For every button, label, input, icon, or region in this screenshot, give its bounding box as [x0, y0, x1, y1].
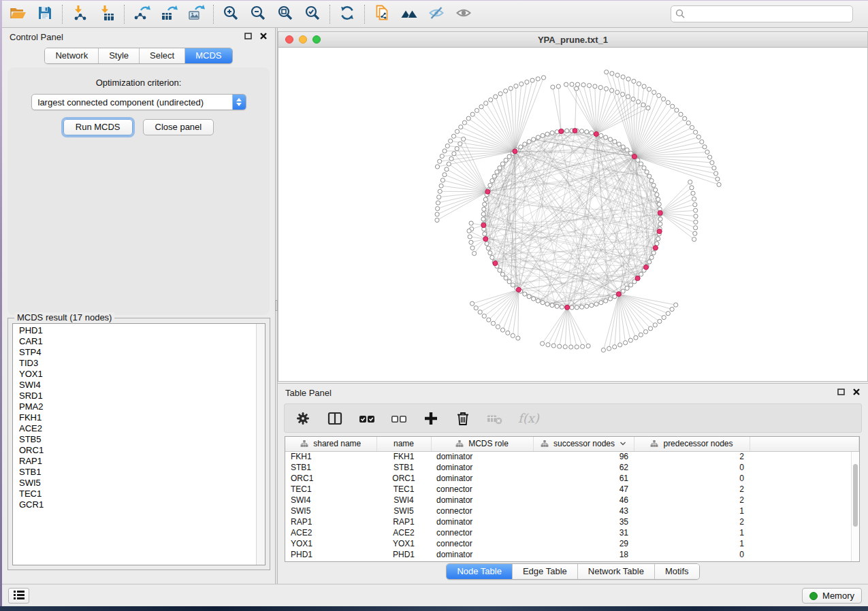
- leaf-node[interactable]: [694, 220, 698, 224]
- leaf-node[interactable]: [703, 145, 707, 149]
- leaf-node[interactable]: [662, 316, 666, 320]
- leaf-node[interactable]: [615, 90, 620, 95]
- table-cell[interactable]: SWI5: [285, 506, 376, 516]
- leaf-node[interactable]: [455, 129, 459, 133]
- ring-node[interactable]: [565, 129, 569, 133]
- table-scrollbar-thumb[interactable]: [853, 464, 858, 527]
- tab-edge-table[interactable]: Edge Table: [513, 564, 578, 579]
- open-button[interactable]: [4, 3, 31, 26]
- ring-node[interactable]: [649, 255, 654, 259]
- leaf-node[interactable]: [449, 139, 453, 143]
- table-cell[interactable]: [750, 484, 859, 495]
- table-cell[interactable]: dominator: [431, 516, 533, 527]
- leaf-node[interactable]: [551, 85, 555, 89]
- table-cell[interactable]: SWI4: [376, 495, 431, 506]
- leaf-node[interactable]: [525, 80, 529, 84]
- tab-style[interactable]: Style: [99, 48, 140, 63]
- table-row[interactable]: RAP1RAP1dominator352: [285, 516, 859, 527]
- tab-mcds[interactable]: MCDS: [185, 48, 231, 63]
- mcds-result-item[interactable]: SWI5: [13, 478, 255, 489]
- tab-node-table[interactable]: Node Table: [447, 564, 513, 579]
- leaf-node[interactable]: [666, 312, 670, 316]
- zoom-selected-button[interactable]: [299, 3, 326, 26]
- table-cell[interactable]: 0: [634, 549, 750, 560]
- leaf-node[interactable]: [458, 142, 462, 146]
- leaf-node[interactable]: [646, 106, 650, 110]
- ring-node[interactable]: [617, 142, 621, 146]
- leaf-node[interactable]: [506, 331, 510, 335]
- mcds-result-item[interactable]: CAR1: [13, 336, 255, 347]
- mcds-list-scrollbar[interactable]: [256, 324, 265, 565]
- leaf-node[interactable]: [693, 203, 697, 207]
- ring-node[interactable]: [654, 188, 658, 192]
- table-cell[interactable]: 61: [533, 473, 634, 484]
- table-cell[interactable]: connector: [431, 506, 533, 516]
- memory-button[interactable]: Memory: [802, 588, 862, 604]
- ring-node[interactable]: [639, 272, 643, 276]
- ring-node[interactable]: [655, 193, 659, 197]
- dominator-node[interactable]: [559, 129, 564, 134]
- table-cell[interactable]: [750, 506, 859, 516]
- leaf-node[interactable]: [470, 301, 475, 306]
- ring-node[interactable]: [498, 166, 502, 170]
- table-cell[interactable]: SWI4: [285, 495, 376, 506]
- table-cell[interactable]: 1: [634, 506, 750, 516]
- ring-node[interactable]: [498, 268, 502, 272]
- table-cell[interactable]: TEC1: [376, 484, 431, 495]
- leaf-node[interactable]: [478, 310, 482, 314]
- leaf-node[interactable]: [466, 116, 470, 120]
- ring-node[interactable]: [536, 299, 540, 303]
- ring-node[interactable]: [490, 255, 494, 259]
- ring-node[interactable]: [649, 179, 654, 183]
- table-cell[interactable]: FKH1: [376, 451, 431, 462]
- leaf-node[interactable]: [569, 345, 573, 349]
- leaf-node[interactable]: [575, 82, 579, 86]
- table-cell[interactable]: [750, 451, 859, 462]
- ring-node[interactable]: [483, 202, 487, 206]
- leaf-node[interactable]: [639, 333, 643, 337]
- leaf-node[interactable]: [613, 345, 617, 349]
- leaf-node[interactable]: [475, 108, 479, 112]
- dominator-node[interactable]: [653, 246, 658, 250]
- leaf-node[interactable]: [696, 135, 701, 139]
- leaf-node[interactable]: [621, 93, 625, 97]
- table-cell[interactable]: [750, 527, 859, 538]
- leaf-node[interactable]: [632, 79, 636, 83]
- leaf-node[interactable]: [487, 318, 491, 322]
- leaf-node[interactable]: [626, 77, 630, 81]
- table-cell[interactable]: PHD1: [285, 549, 376, 560]
- table-cell[interactable]: RAP1: [285, 516, 376, 527]
- table-cell[interactable]: 0: [634, 462, 750, 473]
- leaf-node[interactable]: [648, 327, 652, 331]
- leaf-node[interactable]: [587, 84, 591, 88]
- table-cell[interactable]: [750, 473, 859, 484]
- table-cell[interactable]: ORC1: [285, 473, 376, 484]
- leaf-node[interactable]: [637, 100, 641, 104]
- mcds-result-item[interactable]: STB5: [13, 434, 255, 445]
- table-cell[interactable]: dominator: [431, 462, 533, 473]
- ring-node[interactable]: [519, 145, 523, 149]
- leaf-node[interactable]: [558, 344, 562, 348]
- search-input[interactable]: [671, 5, 853, 22]
- ring-node[interactable]: [500, 272, 504, 276]
- leaf-node[interactable]: [604, 86, 608, 90]
- leaf-node[interactable]: [652, 90, 656, 95]
- show-all-button[interactable]: [450, 3, 477, 26]
- leaf-node[interactable]: [662, 97, 666, 101]
- table-row[interactable]: FKH1FKH1dominator962: [285, 451, 859, 462]
- tab-motifs[interactable]: Motifs: [655, 564, 699, 579]
- table-cell[interactable]: PHD1: [376, 549, 431, 560]
- leaf-node[interactable]: [694, 208, 698, 212]
- leaf-node[interactable]: [459, 125, 463, 129]
- leaf-node[interactable]: [541, 76, 545, 80]
- table-cell[interactable]: [750, 495, 859, 506]
- close-panel-button[interactable]: Close panel: [143, 119, 214, 135]
- leaf-node[interactable]: [467, 229, 471, 233]
- ring-node[interactable]: [511, 283, 515, 287]
- leaf-node[interactable]: [610, 71, 614, 76]
- ring-node[interactable]: [492, 174, 496, 178]
- ring-node[interactable]: [657, 202, 661, 206]
- dominator-node[interactable]: [616, 292, 621, 297]
- leaf-node[interactable]: [435, 165, 439, 169]
- leaf-node[interactable]: [482, 314, 486, 318]
